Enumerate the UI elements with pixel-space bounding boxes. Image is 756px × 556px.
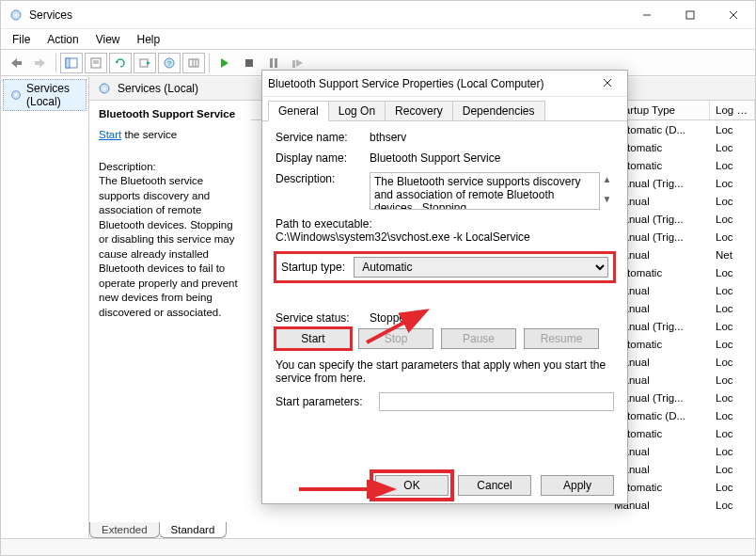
svg-point-30 <box>15 94 18 97</box>
cell-log-on-as: Loc <box>710 285 755 296</box>
table-row[interactable]: ManualLoc <box>608 281 755 299</box>
maximize-button[interactable] <box>669 1 712 29</box>
minimize-button[interactable] <box>625 1 669 29</box>
start-service-link[interactable]: Start <box>99 129 121 140</box>
refresh-button[interactable] <box>109 53 132 73</box>
dialog-tabs: General Log On Recovery Dependencies <box>262 97 627 121</box>
cancel-button[interactable]: Cancel <box>458 475 531 496</box>
table-row[interactable]: ManualLoc <box>608 496 755 514</box>
menu-view[interactable]: View <box>88 31 128 48</box>
value-path: C:\Windows\system32\svchost.exe -k Local… <box>276 230 614 244</box>
table-row[interactable]: Manual (Trig...Loc <box>608 174 755 192</box>
tab-recovery[interactable]: Recovery <box>385 101 453 121</box>
show-hide-tree-button[interactable] <box>60 53 83 73</box>
table-row[interactable]: AutomaticLoc <box>608 424 755 442</box>
table-row[interactable]: ManualLoc <box>608 442 755 460</box>
dialog-close-button[interactable] <box>593 77 622 90</box>
stop-button[interactable] <box>238 53 260 73</box>
svg-rect-11 <box>66 58 70 68</box>
help-button[interactable]: ? <box>158 53 181 73</box>
start-service-rest: the service <box>121 129 177 140</box>
tab-standard[interactable]: Standard <box>159 522 228 538</box>
table-row[interactable]: AutomaticLoc <box>608 263 755 281</box>
svg-rect-25 <box>270 58 273 68</box>
table-row[interactable]: AutomaticLoc <box>608 156 755 174</box>
startup-type-select[interactable]: Automatic <box>354 257 608 278</box>
table-row[interactable]: Automatic (D...Loc <box>608 406 755 424</box>
table-row[interactable]: ManualNet <box>608 246 755 263</box>
table-row[interactable]: ManualLoc <box>608 192 755 210</box>
label-startup-type: Startup type: <box>281 261 354 274</box>
table-row[interactable]: ManualLoc <box>608 299 755 317</box>
cell-log-on-as: Loc <box>710 410 755 421</box>
tab-extended[interactable]: Extended <box>89 522 160 538</box>
cell-log-on-as: Loc <box>710 374 755 386</box>
table-row[interactable]: Automatic (D...Loc <box>608 120 755 138</box>
start-service-line: Start the service <box>99 129 242 140</box>
apply-button[interactable]: Apply <box>541 475 614 496</box>
close-button[interactable] <box>712 1 755 29</box>
cell-log-on-as: Loc <box>710 464 755 475</box>
svg-rect-3 <box>686 11 694 19</box>
table-row[interactable]: ManualLoc <box>608 371 755 389</box>
svg-point-32 <box>102 87 105 89</box>
menu-file[interactable]: File <box>5 31 38 48</box>
table-row[interactable]: Manual (Trig...Loc <box>608 210 755 228</box>
table-row[interactable]: AutomaticLoc <box>608 138 755 156</box>
back-button[interactable] <box>5 53 27 73</box>
description-scrollbar[interactable]: ▲ ▼ <box>600 172 614 210</box>
cell-log-on-as: Loc <box>710 482 755 493</box>
svg-rect-16 <box>140 59 148 67</box>
cell-log-on-as: Loc <box>710 339 755 350</box>
table-row[interactable]: Manual (Trig...Loc <box>608 317 755 335</box>
detail-header-label: Services (Local) <box>118 82 198 95</box>
label-service-status: Service status: <box>276 311 370 325</box>
svg-marker-28 <box>296 59 303 67</box>
annotation-arrow-ok <box>295 480 399 499</box>
table-row[interactable]: Manual (Trig...Loc <box>608 389 755 406</box>
scroll-up-icon[interactable]: ▲ <box>603 174 612 184</box>
table-row[interactable]: ManualLoc <box>608 353 755 371</box>
services-gear-icon <box>8 8 24 23</box>
tab-dependencies[interactable]: Dependencies <box>452 101 545 121</box>
selected-service-name: Bluetooth Support Service <box>99 108 242 119</box>
menu-action[interactable]: Action <box>39 31 86 48</box>
description-title: Description: <box>99 161 242 172</box>
menu-help[interactable]: Help <box>130 31 168 48</box>
table-row[interactable]: ManualLoc <box>608 460 755 478</box>
svg-line-36 <box>367 312 423 342</box>
svg-rect-20 <box>189 59 198 67</box>
cell-log-on-as: Loc <box>710 196 755 207</box>
cell-log-on-as: Loc <box>710 446 755 457</box>
cell-log-on-as: Loc <box>710 500 755 511</box>
cell-log-on-as: Loc <box>710 267 755 278</box>
svg-rect-7 <box>17 61 22 65</box>
svg-rect-26 <box>275 58 277 68</box>
table-row[interactable]: AutomaticLoc <box>608 478 755 496</box>
svg-point-1 <box>14 13 17 16</box>
cell-log-on-as: Loc <box>710 142 755 153</box>
properties-button[interactable] <box>85 53 107 73</box>
forward-button[interactable] <box>29 53 52 73</box>
tab-general[interactable]: General <box>268 101 329 121</box>
cell-log-on-as: Loc <box>710 392 755 404</box>
start-button[interactable]: Start <box>276 328 351 349</box>
cell-log-on-as: Loc <box>710 160 755 171</box>
col-log-on-as[interactable]: Log … <box>710 101 755 119</box>
cell-log-on-as: Loc <box>710 214 755 225</box>
resume-button: Resume <box>524 328 599 349</box>
cell-log-on-as: Loc <box>710 178 755 189</box>
label-display-name: Display name: <box>276 151 370 165</box>
dialog-titlebar: Bluetooth Support Service Properties (Lo… <box>262 71 627 97</box>
columns-button[interactable] <box>182 53 205 73</box>
play-button[interactable] <box>213 53 236 73</box>
scroll-down-icon[interactable]: ▼ <box>603 194 612 204</box>
table-row[interactable]: AutomaticLoc <box>608 335 755 353</box>
tab-log-on[interactable]: Log On <box>328 101 386 121</box>
export-button[interactable] <box>134 53 156 73</box>
description-textarea[interactable]: The Bluetooth service supports discovery… <box>370 172 600 210</box>
table-row[interactable]: Manual (Trig...Loc <box>608 228 755 246</box>
start-params-input[interactable] <box>379 392 614 411</box>
description-body: The Bluetooth service supports discovery… <box>99 174 242 320</box>
tree-services-local[interactable]: Services (Local) <box>3 79 87 111</box>
